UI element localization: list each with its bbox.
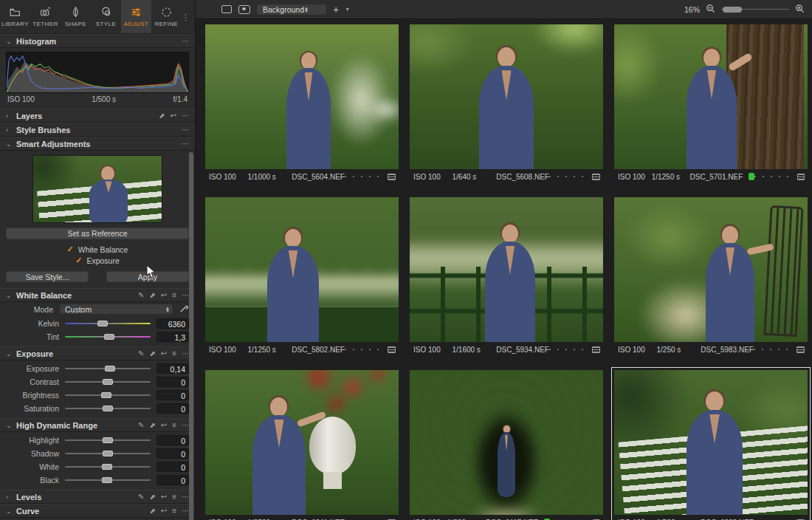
- variants-table-icon[interactable]: [797, 174, 805, 180]
- variants-table-icon[interactable]: [592, 346, 600, 353]
- zoom-out-icon[interactable]: [706, 3, 715, 16]
- viewer-view-icon[interactable]: [221, 5, 232, 13]
- wb-mode-select[interactable]: Custom ▲▼: [59, 304, 173, 315]
- shadow-value[interactable]: 0: [156, 448, 189, 459]
- tab-shape[interactable]: SHAPE: [61, 0, 91, 33]
- presets-icon[interactable]: ≡: [172, 493, 176, 501]
- tint-value[interactable]: 1,3: [156, 332, 189, 342]
- saturation-value[interactable]: 0: [156, 403, 189, 414]
- sidebar-scrollbar[interactable]: [189, 152, 193, 520]
- brightness-value[interactable]: 0: [156, 390, 189, 400]
- reference-thumbnail[interactable]: [32, 155, 162, 223]
- hdr-menu-icon[interactable]: ⋯: [182, 422, 189, 429]
- tint-slider[interactable]: [65, 332, 151, 341]
- star-rating-dots[interactable]: [345, 176, 379, 177]
- style-brushes-header[interactable]: › Style Brushes ⋯: [0, 123, 195, 137]
- photo-thumbnail-1[interactable]: [205, 24, 399, 169]
- tab-library[interactable]: LIBRARY: [0, 0, 30, 33]
- kelvin-slider[interactable]: [65, 319, 151, 328]
- exposure-slider[interactable]: [65, 364, 151, 373]
- set-as-reference-button[interactable]: Set as Reference: [6, 228, 189, 239]
- histogram-menu-icon[interactable]: ⋯: [182, 38, 189, 45]
- toolbar-overflow-icon[interactable]: ⋮: [182, 13, 187, 21]
- photo-thumbnail-2[interactable]: [410, 24, 603, 169]
- shadow-slider[interactable]: [65, 449, 151, 458]
- photo-thumbnail-8[interactable]: [410, 370, 603, 515]
- contrast-value[interactable]: 0: [156, 377, 189, 387]
- black-slider[interactable]: [65, 476, 151, 485]
- hdr-header[interactable]: ⌄ High Dynamic Range ✎ ⬈ ↩ ≡ ⋯: [0, 418, 195, 432]
- edit-pencil-icon[interactable]: ✎: [138, 350, 144, 358]
- black-value[interactable]: 0: [156, 475, 189, 485]
- photo-thumbnail-3[interactable]: [614, 24, 808, 169]
- style-brushes-menu-icon[interactable]: ⋯: [182, 126, 189, 134]
- levels-menu-icon[interactable]: ⋯: [182, 493, 189, 501]
- save-style-button[interactable]: Save Style...: [6, 271, 89, 282]
- star-rating-dots[interactable]: [754, 349, 788, 350]
- star-rating-dots[interactable]: [345, 349, 379, 350]
- layers-header[interactable]: › Layers ⬈ ↩ ⋯: [0, 109, 195, 123]
- variants-table-icon[interactable]: [388, 346, 396, 353]
- reset-icon[interactable]: ↩: [161, 493, 167, 501]
- variants-table-icon[interactable]: [592, 174, 600, 180]
- presets-icon[interactable]: ≡: [172, 292, 176, 299]
- presets-icon[interactable]: ≡: [172, 422, 176, 429]
- highlight-slider[interactable]: [65, 436, 151, 445]
- presets-icon[interactable]: ≡: [172, 507, 176, 515]
- tab-style[interactable]: STYLE: [91, 0, 121, 33]
- grid-view-icon[interactable]: [203, 4, 215, 14]
- contrast-slider[interactable]: [65, 377, 151, 386]
- copy-adjustments-icon[interactable]: ⬈: [149, 507, 155, 515]
- curve-header[interactable]: ⌄ Curve ⬈ ↩ ≡ ⋯: [0, 504, 195, 518]
- copy-adjustments-icon[interactable]: ⬈: [159, 112, 165, 120]
- white-value[interactable]: 0: [156, 462, 189, 472]
- smart-adjustments-menu-icon[interactable]: ⋯: [182, 140, 189, 148]
- highlight-value[interactable]: 0: [156, 435, 189, 445]
- white-balance-option[interactable]: ✓ White Balance: [0, 244, 195, 255]
- zoom-in-icon[interactable]: [795, 3, 805, 16]
- variants-table-icon[interactable]: [388, 174, 396, 180]
- exposure-value[interactable]: 0,14: [156, 363, 189, 374]
- saturation-slider[interactable]: [65, 404, 151, 413]
- reset-icon[interactable]: ↩: [161, 422, 167, 429]
- photo-thumbnail-6[interactable]: [614, 197, 808, 342]
- exposure-option[interactable]: ✓ Exposure: [0, 255, 195, 266]
- brightness-slider[interactable]: [65, 391, 151, 400]
- levels-header[interactable]: › Levels ✎ ⬈ ↩ ≡ ⋯: [0, 490, 195, 504]
- background-select[interactable]: Background ▲▼: [256, 4, 327, 16]
- reset-icon[interactable]: ↩: [171, 112, 176, 120]
- wb-eyedropper-icon[interactable]: [179, 303, 189, 316]
- photo-thumbnail-7[interactable]: [205, 370, 399, 515]
- edit-pencil-icon[interactable]: ✎: [138, 292, 144, 299]
- proof-view-icon[interactable]: [238, 5, 250, 14]
- tab-refine[interactable]: REFINE: [151, 0, 182, 33]
- layers-menu-icon[interactable]: ⋯: [182, 112, 189, 120]
- star-rating-dots[interactable]: [549, 349, 583, 350]
- zoom-slider[interactable]: [721, 6, 789, 13]
- copy-adjustments-icon[interactable]: ⬈: [149, 493, 155, 501]
- copy-adjustments-icon[interactable]: ⬈: [149, 350, 155, 358]
- exposure-menu-icon[interactable]: ⋯: [182, 350, 189, 358]
- white-balance-header[interactable]: ⌄ White Balance ✎ ⬈ ↩ ≡ ⋯: [0, 288, 195, 302]
- green-tag-badge[interactable]: [749, 173, 754, 180]
- copy-adjustments-icon[interactable]: ⬈: [149, 422, 155, 429]
- curve-menu-icon[interactable]: ⋯: [182, 507, 189, 515]
- star-rating-dots[interactable]: [754, 176, 788, 177]
- copy-adjustments-icon[interactable]: ⬈: [149, 292, 155, 299]
- white-balance-menu-icon[interactable]: ⋯: [182, 292, 189, 299]
- presets-icon[interactable]: ≡: [172, 350, 176, 358]
- variants-table-icon[interactable]: [796, 346, 805, 353]
- star-rating-dots[interactable]: [549, 176, 583, 177]
- tab-tether[interactable]: TETHER: [30, 0, 61, 33]
- reset-icon[interactable]: ↩: [161, 350, 167, 358]
- histogram-header[interactable]: ⌄ Histogram ⋯: [0, 34, 195, 48]
- photo-thumbnail-5[interactable]: [410, 197, 603, 342]
- photo-thumbnail-4[interactable]: [205, 197, 399, 342]
- edit-pencil-icon[interactable]: ✎: [138, 422, 144, 429]
- tab-adjust[interactable]: ADJUST: [121, 0, 151, 33]
- edit-pencil-icon[interactable]: ✎: [138, 493, 144, 501]
- photo-thumbnail-9[interactable]: [614, 370, 808, 515]
- smart-adjustments-header[interactable]: ⌄ Smart Adjustments ⋯: [0, 137, 195, 151]
- add-icon[interactable]: +: [333, 5, 339, 14]
- zoom-slider-handle[interactable]: [723, 7, 742, 13]
